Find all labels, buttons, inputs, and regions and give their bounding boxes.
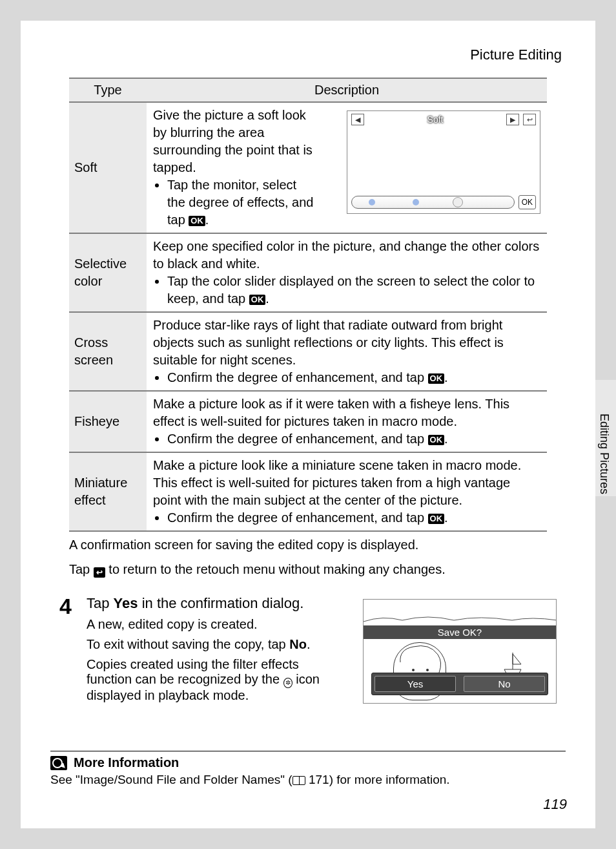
- row-type: Selective color: [69, 233, 147, 312]
- step-4: 4 Tap Yes in the confirmation dialog. A …: [59, 595, 557, 708]
- bullet-text: Tap the color slider displayed on the sc…: [167, 274, 535, 306]
- info-icon: [50, 756, 67, 770]
- row-type: Fisheye: [69, 391, 147, 452]
- manual-page-icon: [293, 776, 305, 785]
- bullet-text: Confirm the degree of enhancement, and t…: [167, 510, 428, 525]
- row-type: Soft: [69, 102, 147, 233]
- soft-effect-preview: ◀ Soft ▶ ↩ OK: [347, 110, 540, 214]
- svg-point-0: [412, 669, 415, 671]
- page-header-title: Picture Editing: [50, 47, 566, 63]
- table-header-row: Type Description: [69, 78, 547, 102]
- back-icon[interactable]: ↩: [523, 114, 536, 125]
- confirmation-note: A confirmation screen for saving the edi…: [69, 536, 547, 554]
- step-text: A new, edited copy is created.: [87, 617, 345, 632]
- landscape-illustration: [364, 614, 556, 623]
- desc-text: Make a picture look like a miniature sce…: [153, 458, 521, 507]
- step-text: Copies created using the filter effects …: [87, 657, 345, 703]
- ok-icon: OK: [428, 514, 445, 524]
- step-number: 4: [59, 595, 87, 708]
- row-desc: Make a picture look as if it were taken …: [147, 391, 547, 452]
- bullet-text: Confirm the degree of enhancement, and t…: [167, 370, 428, 384]
- back-icon: ↩: [94, 567, 105, 578]
- save-confirmation-dialog: Save OK? Yes: [363, 599, 557, 704]
- dialog-prompt: Save OK?: [364, 625, 556, 639]
- ok-button[interactable]: OK: [518, 195, 536, 209]
- prev-arrow-icon[interactable]: ◀: [351, 114, 364, 125]
- ok-icon: OK: [428, 373, 445, 384]
- ok-icon: OK: [249, 295, 266, 305]
- more-info-heading: More Information: [74, 755, 179, 770]
- filter-effect-icon: ✲: [283, 678, 293, 688]
- soft-desc-text: Give the picture a soft look by blurring…: [153, 108, 313, 174]
- desc-text: Produce star-like rays of light that rad…: [153, 318, 504, 367]
- step-text: To exit without saving the copy, tap No.: [87, 637, 345, 652]
- yes-button[interactable]: Yes: [375, 676, 456, 692]
- page-content: Picture Editing Type Description Soft Gi…: [21, 21, 595, 828]
- more-info-text: See "Image/Sound File and Folder Names" …: [50, 773, 566, 787]
- bullet-text: Confirm the degree of enhancement, and t…: [167, 432, 428, 446]
- more-information-box: More Information See "Image/Sound File a…: [50, 751, 566, 787]
- page-number: 119: [543, 796, 567, 813]
- return-note: Tap ↩ to return to the retouch menu with…: [69, 560, 547, 578]
- next-arrow-icon[interactable]: ▶: [506, 114, 519, 125]
- ok-icon: OK: [428, 435, 445, 445]
- desc-text: Keep one specified color in the picture,…: [153, 239, 539, 271]
- row-desc: Make a picture look like a miniature sce…: [147, 452, 547, 531]
- row-desc: Produce star-like rays of light that rad…: [147, 312, 547, 391]
- row-desc: Give the picture a soft look by blurring…: [147, 102, 547, 233]
- effect-degree-slider[interactable]: [351, 196, 515, 209]
- ok-icon: OK: [189, 216, 205, 226]
- col-type: Type: [69, 78, 147, 102]
- table-row: Miniature effect Make a picture look lik…: [69, 452, 547, 531]
- table-row: Fisheye Make a picture look as if it wer…: [69, 391, 547, 452]
- no-button[interactable]: No: [464, 676, 545, 692]
- table-row: Soft Give the picture a soft look by blu…: [69, 102, 547, 233]
- row-desc: Keep one specified color in the picture,…: [147, 233, 547, 312]
- svg-point-1: [426, 669, 429, 671]
- table-row: Cross screen Produce star-like rays of l…: [69, 312, 547, 391]
- col-description: Description: [147, 78, 547, 102]
- row-type: Cross screen: [69, 312, 147, 391]
- row-type: Miniature effect: [69, 452, 147, 531]
- side-section-label: Editing Pictures: [597, 414, 611, 494]
- desc-text: Make a picture look as if it were taken …: [153, 397, 509, 428]
- effect-name-label: Soft: [368, 114, 502, 126]
- filter-effects-table: Type Description Soft Give the picture a…: [69, 78, 547, 532]
- table-row: Selective color Keep one specified color…: [69, 233, 547, 312]
